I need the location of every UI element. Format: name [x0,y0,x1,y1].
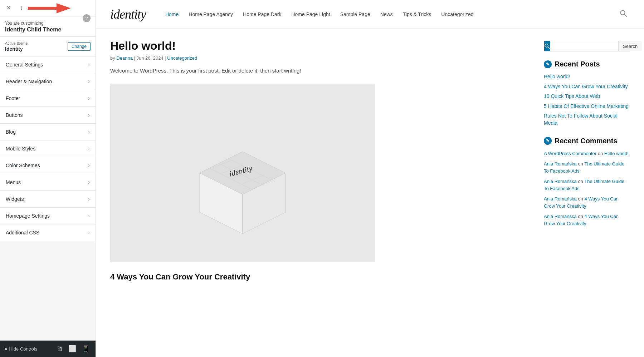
recent-post-link[interactable]: Hello world! [544,73,630,80]
tablet-view-button[interactable]: ⬜ [67,344,78,353]
recent-comments-section: ✎ Recent Comments A WordPress Commenter … [544,137,630,227]
nav-item-home-page-light[interactable]: Home Page Light [286,9,335,20]
menu-item-footer[interactable]: Footer › [0,90,96,107]
comment-author-link[interactable]: Ania Romańska [544,214,577,219]
post-title: Hello world! [110,39,530,53]
recent-posts-title: ✎ Recent Posts [544,60,630,68]
site-logo[interactable]: identity [110,7,146,22]
theme-name-label: Identity Child Theme [5,26,61,33]
preview-area: identity Home Home Page Agency Home Page… [96,0,644,357]
tablet-icon: ⬜ [68,345,76,352]
svg-line-17 [548,47,550,49]
hide-controls-button[interactable]: ● Hide Controls [4,346,37,352]
svg-marker-0 [57,3,71,13]
main-content: Hello world! by Deanna | Jun 26, 2024 | … [96,29,644,292]
nav-item-uncategorized[interactable]: Uncategorized [436,9,478,20]
comment-entry: Ania Romańska on The Ultimate Guide To F… [544,178,630,192]
menu-item-menus[interactable]: Menus › [0,174,96,191]
desktop-icon: 🖥 [56,345,63,352]
comment-post-link[interactable]: Hello world! [604,151,629,156]
customizing-label: You are customizing [5,21,61,26]
nav-item-home[interactable]: Home [160,9,184,20]
comment-entry: A WordPress Commenter on Hello world! [544,150,630,157]
search-icon[interactable] [617,7,630,21]
device-switcher: 🖥 ⬜ 📱 [55,344,91,353]
chevron-icon: › [88,229,90,236]
close-button[interactable]: × [4,3,14,13]
nav-item-home-page-dark[interactable]: Home Page Dark [238,9,286,20]
post-author[interactable]: Deanna [116,55,133,61]
sidebar: Search ✎ Recent Posts Hello world! 4 Way… [544,39,630,282]
second-post-title: 4 Ways You Can Grow Your Creativity [110,272,530,282]
chevron-icon: › [88,145,90,152]
post-meta: by Deanna | Jun 26, 2024 | Uncategorized [110,55,530,61]
menu-item-blog[interactable]: Blog › [0,124,96,140]
desktop-view-button[interactable]: 🖥 [55,344,64,353]
mobile-icon: 📱 [82,345,90,352]
help-icon[interactable]: ? [83,14,91,22]
menu-item-buttons[interactable]: Buttons › [0,107,96,124]
chevron-icon: › [88,95,90,101]
menu-item-color-schemes[interactable]: Color Schemes › [0,157,96,174]
post-category[interactable]: Uncategorized [167,55,197,61]
sidebar-search-input[interactable] [550,41,618,51]
post-featured-image: identity [110,84,375,262]
chevron-icon: › [88,196,90,202]
comment-entry: Ania Romańska on 4 Ways You Can Grow You… [544,195,630,209]
nav-item-tips-tricks[interactable]: Tips & Tricks [398,9,436,20]
menu-item-additional-css[interactable]: Additional CSS › [0,224,96,241]
site-nav: Home Home Page Agency Home Page Dark Hom… [160,9,479,20]
customizing-section: You are customizing Identity Child Theme… [0,16,96,37]
nav-item-home-page-agency[interactable]: Home Page Agency [184,9,238,20]
chevron-icon: › [88,162,90,169]
sidebar-search-icon [544,41,550,51]
recent-post-link[interactable]: 5 Habits Of Effective Online Marketing [544,103,630,110]
post-date: Jun 26, 2024 [137,55,164,61]
recent-posts-section: ✎ Recent Posts Hello world! 4 Ways You C… [544,60,630,127]
pencil-icon: ✎ [544,137,552,145]
chevron-icon: › [88,78,90,85]
nav-item-sample-page[interactable]: Sample Page [335,9,375,20]
red-arrow-icon [28,3,71,13]
reorder-button[interactable]: ↕ [16,3,26,13]
svg-line-3 [624,14,626,16]
chevron-icon: › [88,179,90,185]
menu-item-header-navigation[interactable]: Header & Navigation › [0,73,96,90]
change-theme-button[interactable]: Change [68,42,91,51]
content-area: Hello world! by Deanna | Jun 26, 2024 | … [110,39,530,282]
menu-item-mobile-styles[interactable]: Mobile Styles › [0,140,96,157]
panel-footer: ● Hide Controls 🖥 ⬜ 📱 [0,341,96,357]
chevron-icon: › [88,61,90,68]
panel-top-bar: × ↕ [0,0,96,16]
customizer-panel: × ↕ You are customizing Identity Child T… [0,0,96,357]
sidebar-search-widget: Search [544,41,630,51]
recent-comments-title: ✎ Recent Comments [544,137,630,145]
menu-item-general-settings[interactable]: General Settings › [0,56,96,73]
comment-author-link[interactable]: Ania Romańska [544,161,577,167]
pencil-icon: ✎ [544,60,552,68]
comment-author-link[interactable]: Ania Romańska [544,179,577,184]
chevron-icon: › [88,129,90,135]
post-excerpt: Welcome to WordPress. This is your first… [110,66,530,75]
active-theme-name: Identity [5,46,28,52]
active-theme-label: Active theme [5,41,28,45]
identity-box-svg: identity [171,101,314,244]
comment-entry: Ania Romańska on The Ultimate Guide To F… [544,160,630,174]
comment-entry: Ania Romańska on 4 Ways You Can Grow You… [544,213,630,227]
menu-item-homepage-settings[interactable]: Homepage Settings › [0,208,96,224]
chevron-icon: › [88,112,90,118]
recent-post-link[interactable]: 10 Quick Tips About Web [544,93,630,100]
eye-icon: ● [4,346,7,352]
menu-item-widgets[interactable]: Widgets › [0,191,96,208]
recent-post-link[interactable]: Rules Not To Follow About Social Media [544,113,630,127]
mobile-view-button[interactable]: 📱 [80,344,91,353]
nav-item-news[interactable]: News [375,9,398,20]
recent-post-link[interactable]: 4 Ways You Can Grow Your Creativity [544,83,630,90]
chevron-icon: › [88,213,90,219]
customizer-menu: General Settings › Header & Navigation ›… [0,56,96,341]
sidebar-search-button[interactable]: Search [618,41,642,51]
comment-author-link[interactable]: A WordPress Commenter [544,151,596,156]
comment-author-link[interactable]: Ania Romańska [544,196,577,202]
active-theme-section: Active theme Identity Change [0,37,96,56]
site-header: identity Home Home Page Agency Home Page… [96,0,644,29]
